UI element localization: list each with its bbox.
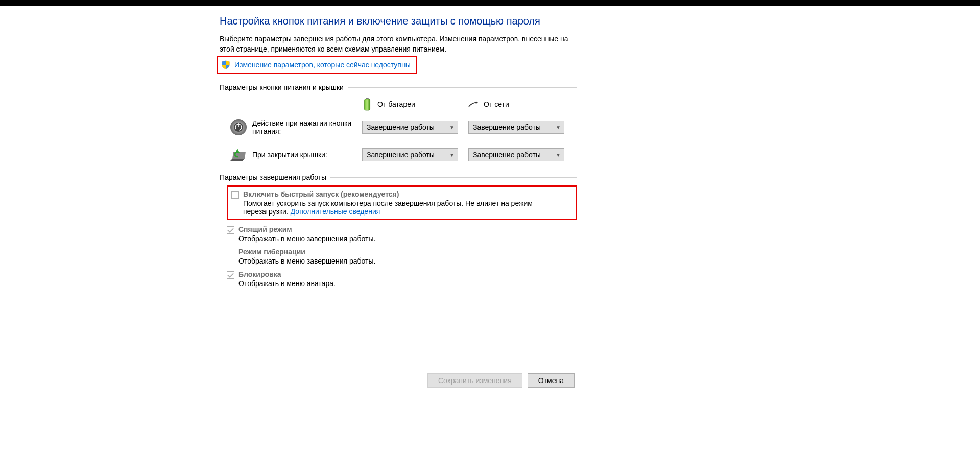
battery-icon bbox=[362, 98, 372, 111]
checkbox[interactable] bbox=[227, 249, 234, 256]
dropdown-lid-battery[interactable]: Завершение работы ▼ bbox=[362, 148, 458, 161]
plug-icon bbox=[468, 98, 479, 111]
shutdown-option: Включить быстрый запуск (рекомендуется)П… bbox=[227, 185, 577, 220]
chevron-down-icon: ▼ bbox=[556, 152, 561, 158]
chevron-down-icon: ▼ bbox=[449, 125, 455, 130]
dropdown-value: Завершение работы bbox=[367, 151, 435, 159]
shutdown-option-title: Режим гибернации bbox=[238, 248, 577, 256]
section-title-shutdown: Параметры завершения работы bbox=[220, 173, 326, 181]
col-header-plugged: От сети bbox=[484, 100, 509, 108]
dropdown-power-battery[interactable]: Завершение работы ▼ bbox=[362, 121, 458, 134]
shutdown-option: БлокировкаОтображать в меню аватара. bbox=[227, 270, 577, 288]
content-pane: Настройка кнопок питания и включение защ… bbox=[220, 15, 577, 288]
svg-rect-1 bbox=[364, 99, 370, 110]
dropdown-value: Завершение работы bbox=[473, 151, 541, 159]
checkbox[interactable] bbox=[227, 271, 234, 279]
shutdown-option-desc: Отображать в меню завершения работы. bbox=[238, 257, 577, 265]
chevron-down-icon: ▼ bbox=[556, 125, 561, 130]
shutdown-option: Спящий режимОтображать в меню завершения… bbox=[227, 225, 577, 243]
svg-rect-4 bbox=[477, 103, 478, 103]
svg-rect-3 bbox=[477, 102, 478, 102]
shutdown-option-body: Режим гибернацииОтображать в меню заверш… bbox=[238, 248, 577, 265]
power-button-icon bbox=[229, 118, 248, 136]
shutdown-option-body: Включить быстрый запуск (рекомендуется)П… bbox=[243, 190, 571, 216]
page-title: Настройка кнопок питания и включение защ… bbox=[220, 15, 577, 27]
grid-header-row: От батареи От сети bbox=[225, 98, 577, 111]
dropdown-value: Завершение работы bbox=[367, 123, 435, 131]
shutdown-settings-list: Включить быстрый запуск (рекомендуется)П… bbox=[227, 185, 577, 288]
label-power-button-action: Действие при нажатии кнопки питания: bbox=[252, 119, 362, 135]
section-title-power-lid: Параметры кнопки питания и крышки bbox=[220, 83, 344, 91]
shutdown-option-body: Спящий режимОтображать в меню завершения… bbox=[238, 225, 577, 243]
more-info-link[interactable]: Дополнительные сведения bbox=[291, 207, 380, 216]
uac-shield-icon bbox=[221, 60, 230, 69]
checkbox[interactable] bbox=[231, 191, 239, 199]
shutdown-option-desc: Отображать в меню аватара. bbox=[238, 279, 577, 288]
dropdown-lid-plugged[interactable]: Завершение работы ▼ bbox=[468, 148, 564, 161]
divider bbox=[330, 177, 577, 178]
checkbox[interactable] bbox=[227, 226, 234, 234]
shutdown-option-desc: Отображать в меню завершения работы. bbox=[238, 234, 577, 243]
row-power-button: Действие при нажатии кнопки питания: Зав… bbox=[225, 118, 577, 136]
col-header-battery: От батареи bbox=[377, 100, 415, 108]
chevron-down-icon: ▼ bbox=[449, 152, 455, 158]
svg-rect-0 bbox=[366, 98, 369, 99]
uac-highlight-box: Изменение параметров, которые сейчас нед… bbox=[217, 56, 417, 74]
label-lid-close-action: При закрытии крышки: bbox=[252, 151, 362, 159]
laptop-lid-icon bbox=[229, 146, 248, 164]
divider bbox=[348, 87, 577, 88]
shutdown-option: Режим гибернацииОтображать в меню заверш… bbox=[227, 248, 577, 265]
section-header-shutdown: Параметры завершения работы bbox=[220, 173, 577, 181]
shutdown-option-desc: Помогает ускорить запуск компьютера посл… bbox=[243, 199, 571, 216]
shutdown-option-title: Блокировка bbox=[238, 270, 577, 278]
power-lid-grid: От батареи От сети bbox=[225, 98, 577, 164]
section-header-power-lid: Параметры кнопки питания и крышки bbox=[220, 83, 577, 91]
shutdown-option-body: БлокировкаОтображать в меню аватара. bbox=[238, 270, 577, 288]
change-unavailable-settings-link[interactable]: Изменение параметров, которые сейчас нед… bbox=[234, 61, 411, 69]
shutdown-option-title: Спящий режим bbox=[238, 225, 577, 233]
dropdown-value: Завершение работы bbox=[473, 123, 541, 131]
row-lid-close: При закрытии крышки: Завершение работы ▼… bbox=[225, 146, 577, 164]
window-titlebar bbox=[0, 0, 980, 6]
dropdown-power-plugged[interactable]: Завершение работы ▼ bbox=[468, 121, 564, 134]
intro-text: Выберите параметры завершения работы для… bbox=[220, 34, 577, 54]
shutdown-option-title: Включить быстрый запуск (рекомендуется) bbox=[243, 190, 571, 198]
